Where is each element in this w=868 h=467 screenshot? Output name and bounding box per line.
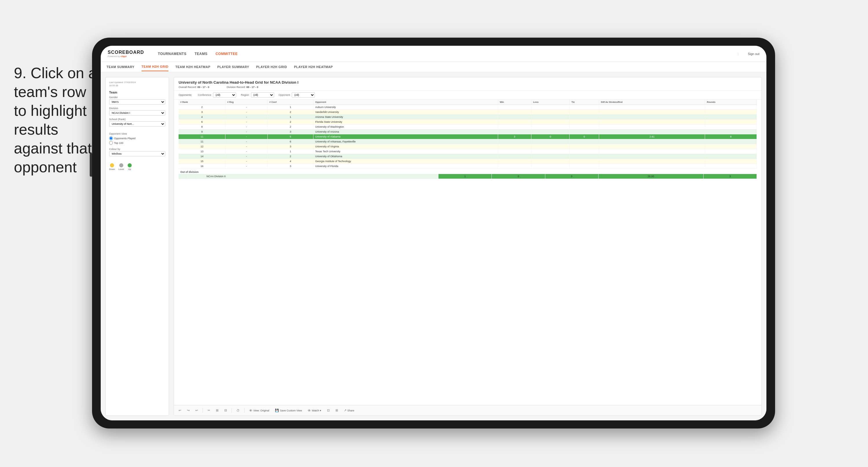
toolbar-extra-2[interactable]: ⊞ <box>334 408 339 413</box>
table-row[interactable]: 11 - 5 University of Alabama 3 0 0 2.61 … <box>179 134 757 139</box>
cell-rounds <box>705 105 757 110</box>
paste-button[interactable]: ⊟ <box>223 408 228 413</box>
grid-title: University of North Carolina Head-to-Hea… <box>179 80 757 85</box>
cell-win <box>498 139 531 144</box>
ood-win: 1 <box>438 174 492 179</box>
cell-win <box>498 115 531 120</box>
cell-rounds <box>705 144 757 149</box>
toolbar-extra-1[interactable]: ⊡ <box>326 408 331 413</box>
table-row[interactable]: 13 - 1 Texas Tech University <box>179 149 757 154</box>
main-content: Last Updated: 27/03/2024 16:55:38 Team G… <box>101 72 767 420</box>
opponent-filter-label: Opponent <box>279 93 290 96</box>
cell-win: 3 <box>498 134 531 139</box>
conference-filter-select[interactable]: (All) <box>213 92 236 97</box>
nav-tab-teams[interactable]: TEAMS <box>194 51 208 57</box>
cell-reg: - <box>225 124 268 129</box>
cell-conf: 1 <box>268 115 313 120</box>
ood-rounds: 3 <box>703 174 756 179</box>
cell-opponent: University of Virginia <box>313 144 498 149</box>
school-select[interactable]: University of Nort... <box>109 121 165 126</box>
app-header: SCOREBOARD Powered by clippi TOURNAMENTS… <box>101 46 767 62</box>
toolbar-divider-3 <box>244 408 245 413</box>
cell-opponent: Vanderbilt University <box>313 110 498 115</box>
instruction-text: 9. Click on a team's row to highlight re… <box>14 64 98 177</box>
th-win: Win <box>498 99 531 105</box>
scissors-button[interactable]: ✂ <box>206 408 211 413</box>
cell-tie <box>569 159 599 164</box>
legend-items: Down Level Up <box>109 163 165 171</box>
region-filter-select[interactable]: (All) <box>251 92 274 97</box>
cell-loss <box>531 159 569 164</box>
cell-reg: - <box>225 120 268 124</box>
watch-button[interactable]: 👁 Watch ▾ <box>307 408 322 413</box>
out-of-division-table: NCAA Division II 1 0 0 26.00 3 <box>179 174 757 179</box>
sub-tab-player-h2h-heatmap[interactable]: PLAYER H2H HEATMAP <box>294 63 333 71</box>
copy-button[interactable]: ⊞ <box>215 408 220 413</box>
nav-tab-tournaments[interactable]: TOURNAMENTS <box>158 51 187 57</box>
ood-rank <box>179 174 187 179</box>
cell-opponent: University of Arizona <box>313 129 498 134</box>
nav-tabs: TOURNAMENTS TEAMS COMMITTEE <box>158 51 728 57</box>
table-row[interactable]: 15 - 4 Georgia Institute of Technology <box>179 159 757 164</box>
view-original-button[interactable]: 👁 View: Original <box>248 408 270 413</box>
sub-tab-team-h2h-grid[interactable]: TEAM H2H GRID <box>142 62 168 71</box>
opponent-filter: Opponent (All) <box>279 92 315 97</box>
opponent-view: Opponent View Opponents Played Top 100 <box>109 132 165 145</box>
table-row[interactable]: 12 - 3 University of Virginia <box>179 144 757 149</box>
logo-powered: Powered by clippi <box>108 55 144 58</box>
table-row[interactable]: 11 - 6 University of Arkansas, Fayettevi… <box>179 139 757 144</box>
out-of-division-row[interactable]: NCAA Division II 1 0 0 26.00 3 <box>179 174 757 179</box>
cell-rounds <box>705 129 757 134</box>
cell-reg: - <box>225 144 268 149</box>
division-select[interactable]: NCAA Division I <box>109 110 165 116</box>
cell-tie <box>569 144 599 149</box>
cell-loss <box>531 139 569 144</box>
nav-tab-committee[interactable]: COMMITTEE <box>216 51 238 57</box>
clock-button[interactable]: ⏱ <box>235 408 241 413</box>
cell-tie <box>569 149 599 154</box>
table-row[interactable]: 14 - 2 University of Oklahoma <box>179 154 757 159</box>
share-button[interactable]: ↗ Share <box>343 408 355 413</box>
history-button[interactable]: ↩ <box>194 408 199 413</box>
cell-conf: 5 <box>268 134 313 139</box>
sign-out-button[interactable]: Sign out <box>748 52 760 56</box>
th-rounds: Rounds <box>705 99 757 105</box>
redo-button[interactable]: ↪ <box>186 408 191 413</box>
table-row[interactable]: 16 - 3 University of Florida <box>179 164 757 169</box>
cell-rank: 2 <box>179 105 225 110</box>
undo-button[interactable]: ↩ <box>178 408 182 413</box>
table-row[interactable]: 4 - 1 Arizona State University <box>179 115 757 120</box>
radio-opponents-played[interactable]: Opponents Played <box>109 136 165 140</box>
cell-reg: - <box>225 139 268 144</box>
view-icon: 👁 <box>249 409 252 412</box>
colour-by-select[interactable]: Win/loss <box>109 151 165 156</box>
table-row[interactable]: 6 - 2 Florida State University <box>179 120 757 124</box>
cell-rounds <box>705 164 757 169</box>
filters-row: Opponents: Conference (All) Region (All) <box>174 91 762 99</box>
table-row[interactable]: 9 - 3 University of Arizona <box>179 129 757 134</box>
cell-tie <box>569 105 599 110</box>
sub-tab-player-summary[interactable]: PLAYER SUMMARY <box>217 63 249 71</box>
sub-tab-team-h2h-heatmap[interactable]: TEAM H2H HEATMAP <box>176 63 210 71</box>
copy-icon: ⊞ <box>216 409 219 412</box>
gender-select[interactable]: Men's <box>109 99 165 105</box>
cell-opponent: University of Alabama <box>313 134 498 139</box>
cell-win <box>498 129 531 134</box>
cell-win <box>498 144 531 149</box>
save-custom-view-button[interactable]: 💾 Save Custom View <box>274 408 303 413</box>
cell-conf: 6 <box>268 139 313 144</box>
table-row[interactable]: 8 - 2 University of Washington <box>179 124 757 129</box>
sub-tab-team-summary[interactable]: TEAM SUMMARY <box>106 63 134 71</box>
table-row[interactable]: 3 - 2 Vanderbilt University <box>179 110 757 115</box>
ood-tie: 0 <box>545 174 598 179</box>
cell-diff <box>599 149 705 154</box>
table-row[interactable]: 2 - 1 Auburn University <box>179 105 757 110</box>
ood-division: NCAA Division II <box>205 174 438 179</box>
radio-top-100[interactable]: Top 100 <box>109 141 165 145</box>
opponent-filter-select[interactable]: (All) <box>292 92 315 97</box>
cell-tie <box>569 110 599 115</box>
cell-rounds <box>705 139 757 144</box>
sub-tab-player-h2h-grid[interactable]: PLAYER H2H GRID <box>256 63 287 71</box>
cell-opponent: University of Washington <box>313 124 498 129</box>
cell-loss <box>531 120 569 124</box>
